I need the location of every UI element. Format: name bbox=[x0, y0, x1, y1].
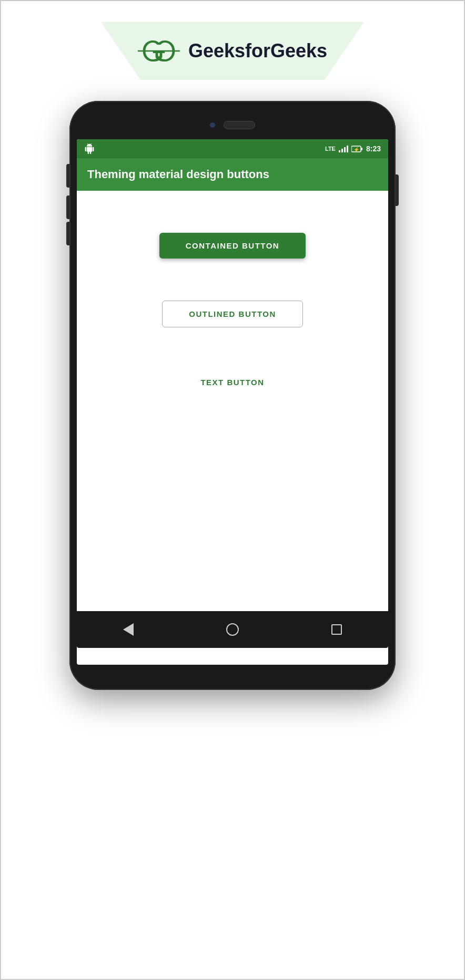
gfg-header: GeeksforGeeks bbox=[12, 12, 453, 96]
status-bar-left bbox=[84, 143, 95, 154]
status-bar: LTE ⚡ 8:23 bbox=[77, 139, 388, 158]
gfg-banner: GeeksforGeeks bbox=[101, 22, 364, 80]
speaker-grille bbox=[224, 121, 255, 129]
contained-button[interactable]: CONTAINED BUTTON bbox=[159, 233, 306, 259]
signal-icon bbox=[339, 145, 348, 152]
signal-bar-2 bbox=[341, 149, 343, 152]
app-bar-title: Theming material design buttons bbox=[87, 168, 269, 181]
phone-screen: LTE ⚡ 8:23 bbox=[77, 139, 388, 665]
svg-rect-2 bbox=[361, 148, 362, 150]
back-button[interactable] bbox=[123, 623, 134, 636]
outlined-button[interactable]: OUTLINED BUTTON bbox=[162, 301, 303, 327]
svg-text:⚡: ⚡ bbox=[353, 147, 360, 152]
phone-top-bar bbox=[77, 110, 388, 139]
app-bar: Theming material design buttons bbox=[77, 158, 388, 191]
signal-bar-4 bbox=[347, 146, 348, 152]
recents-button[interactable] bbox=[331, 624, 342, 635]
status-bar-right: LTE ⚡ 8:23 bbox=[325, 145, 381, 153]
android-icon bbox=[84, 143, 95, 154]
clock-time: 8:23 bbox=[366, 145, 381, 153]
screen-content: CONTAINED BUTTON OUTLINED BUTTON TEXT BU… bbox=[77, 191, 388, 611]
signal-bar-1 bbox=[339, 150, 340, 152]
phone-frame: LTE ⚡ 8:23 bbox=[69, 101, 396, 690]
home-button[interactable] bbox=[226, 623, 239, 636]
battery-icon: ⚡ bbox=[351, 146, 363, 152]
phone-bottom-bar bbox=[77, 665, 388, 680]
brand-name: GeeksforGeeks bbox=[188, 40, 327, 62]
front-camera bbox=[210, 122, 215, 128]
lte-label: LTE bbox=[325, 146, 336, 152]
signal-bar-3 bbox=[344, 147, 346, 152]
text-button[interactable]: TEXT BUTTON bbox=[185, 369, 280, 395]
page-wrapper: GeeksforGeeks LTE bbox=[0, 0, 465, 980]
phone-nav-bar bbox=[77, 611, 388, 648]
gfg-logo-icon bbox=[138, 35, 180, 67]
